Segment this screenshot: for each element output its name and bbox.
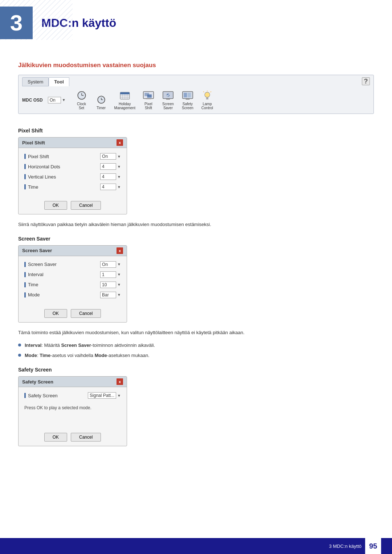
toolbar-icon-holiday[interactable]: Holiday Management	[114, 90, 135, 110]
pixel-shift-cancel-btn[interactable]: Cancel	[71, 201, 101, 210]
bullet-dot-mode	[18, 354, 21, 357]
pixel-shift-control-2[interactable]: 4 ▼	[100, 173, 121, 180]
pixel-shift-field-label-3: Time	[28, 184, 38, 190]
safety-screen-value-0: Signal Patt...	[88, 392, 116, 399]
ss-arrow-3[interactable]: ▼	[117, 293, 121, 297]
indicator-1	[24, 164, 26, 169]
page-footer: 3 MDC:n käyttö 95	[0, 538, 392, 554]
safety-screen-icon	[181, 90, 194, 101]
safety-screen-close-btn[interactable]: x	[117, 378, 123, 385]
toolbar-container: System Tool MDC OSD On ▼	[18, 75, 374, 114]
screen-saver-ok-btn[interactable]: OK	[44, 309, 67, 318]
toolbar-icon-lamp-control[interactable]: Lamp Control	[201, 90, 214, 110]
screen-saver-control-3[interactable]: Bar ▼	[100, 292, 121, 298]
screen-saver-icon	[162, 90, 175, 101]
screen-saver-row-3: Mode Bar ▼	[24, 292, 121, 298]
screen-saver-label-1: Interval	[24, 272, 44, 277]
section-heading: Jälkikuvien muodostumisen vastainen suoj…	[18, 62, 374, 69]
ss-indicator-2	[24, 282, 26, 287]
bullet-term-mode: Mode	[25, 353, 37, 358]
svg-point-29	[205, 92, 210, 97]
screen-saver-control-1[interactable]: 1 ▼	[100, 271, 121, 278]
svg-rect-31	[206, 99, 208, 99]
screen-saver-title: Screen Saver	[22, 248, 52, 253]
pixel-shift-arrow-3[interactable]: ▼	[117, 185, 121, 189]
pixel-shift-arrow-1[interactable]: ▼	[117, 165, 121, 169]
bullet-list: Interval: Määritä Screen Saver-toiminnon…	[18, 342, 374, 360]
footer-page-number: 95	[365, 538, 381, 554]
bullet-text-mode: Mode: Time-asetus voi vaihdella Mode-ase…	[25, 352, 150, 360]
pixel-shift-body: Pixel Shift On ▼ Horizontal Dots 4 ▼	[19, 148, 127, 197]
safety-screen-footer: OK Cancel	[19, 429, 127, 446]
indicator-3	[24, 184, 26, 189]
screen-saver-value-3: Bar	[100, 292, 116, 298]
toolbar-icon-safety-screen[interactable]: Safety Screen	[181, 90, 194, 110]
pixel-shift-ok-btn[interactable]: OK	[44, 201, 67, 210]
toolbar-icon-clock-set[interactable]: Clock Set	[75, 90, 88, 110]
bullet-item-interval: Interval: Määritä Screen Saver-toiminnon…	[18, 342, 374, 349]
safety-screen-field-label-0: Safety Screen	[28, 393, 58, 398]
screen-saver-cancel-btn[interactable]: Cancel	[71, 309, 101, 318]
screen-saver-value-0: On	[100, 261, 116, 268]
svg-rect-28	[186, 99, 190, 100]
screen-saver-control-0[interactable]: On ▼	[100, 261, 121, 268]
pixel-shift-close-btn[interactable]: x	[117, 139, 123, 146]
tab-system[interactable]: System	[22, 77, 49, 86]
svg-line-33	[203, 91, 204, 92]
osd-select[interactable]: On ▼	[48, 97, 66, 103]
footer-text: 3 MDC:n käyttö	[329, 543, 362, 549]
ss-arrow-2[interactable]: ▼	[117, 283, 121, 287]
pixel-shift-titlebar: Pixel Shift x	[19, 138, 127, 148]
indicator-2	[24, 174, 26, 179]
safety-screen-heading: Safety Screen	[18, 367, 374, 373]
screen-saver-label: Screen Saver	[162, 102, 174, 110]
screen-saver-row-0: Screen Saver On ▼	[24, 261, 121, 268]
pixel-shift-field-label-1: Horizontal Dots	[28, 164, 60, 169]
clock-set-label: Clock Set	[77, 102, 86, 110]
safety-screen-control-0[interactable]: Signal Patt... ▼	[88, 392, 121, 399]
pixel-shift-icon	[142, 90, 155, 101]
safety-screen-body: Safety Screen Signal Patt... ▼ Press OK …	[19, 387, 127, 429]
bullet-colon-interval: : Määritä	[41, 342, 61, 348]
screen-saver-field-label-1: Interval	[28, 272, 44, 277]
pixel-shift-control-1[interactable]: 4 ▼	[100, 163, 121, 170]
svg-rect-30	[206, 97, 208, 99]
pixel-shift-control-0[interactable]: On ▼	[100, 153, 121, 160]
toolbar-icon-timer[interactable]: Timer	[95, 94, 108, 110]
bullet-bold2-mode: Time	[40, 353, 50, 358]
safety-screen-label-0: Safety Screen	[24, 393, 58, 398]
pixel-shift-arrow-0[interactable]: ▼	[117, 155, 121, 159]
toolbar-icon-pixel-shift[interactable]: Pixel Shift	[142, 90, 155, 110]
toolbar-icon-screen-saver[interactable]: Screen Saver	[162, 90, 175, 110]
bullet-rest-interval: -toiminnon aktivoinnin aikaväli.	[91, 342, 155, 348]
bullet-rest2-mode: -asetuksen mukaan.	[107, 353, 150, 358]
safety-screen-ok-btn[interactable]: OK	[44, 433, 67, 442]
screen-saver-label-2: Time	[24, 282, 38, 287]
pixel-shift-value-3: 4	[100, 184, 116, 190]
bullet-text-interval: Interval: Määritä Screen Saver-toiminnon…	[25, 342, 155, 349]
ss-arrow-0[interactable]: ▼	[117, 262, 121, 266]
pixel-shift-control-3[interactable]: 4 ▼	[100, 184, 121, 190]
ss-arrow-1[interactable]: ▼	[117, 272, 121, 276]
timer-label: Timer	[97, 106, 106, 110]
screen-saver-field-label-3: Mode	[28, 292, 40, 297]
ss2-arrow-0[interactable]: ▼	[117, 394, 121, 398]
toolbar-tabs: System Tool	[22, 77, 362, 86]
screen-saver-field-label-0: Screen Saver	[28, 262, 57, 267]
timer-icon	[95, 94, 108, 105]
screen-saver-close-btn[interactable]: x	[117, 247, 123, 254]
screen-saver-control-2[interactable]: 10 ▼	[100, 282, 121, 288]
pixel-shift-arrow-2[interactable]: ▼	[117, 175, 121, 179]
pixel-shift-label-2: Vertical Lines	[24, 174, 56, 180]
svg-rect-20	[147, 94, 151, 98]
tab-tool[interactable]: Tool	[49, 77, 69, 86]
osd-dropdown-arrow[interactable]: ▼	[62, 98, 66, 102]
screen-saver-dialog: Screen Saver x Screen Saver On ▼ Interva…	[18, 245, 127, 323]
safety-screen-note: Press OK to play a selected mode.	[24, 402, 121, 415]
screen-saver-body: Screen Saver On ▼ Interval 1 ▼	[19, 256, 127, 305]
safety-screen-cancel-btn[interactable]: Cancel	[71, 433, 101, 442]
pixel-shift-label-1: Horizontal Dots	[24, 164, 60, 169]
help-button[interactable]: ?	[362, 77, 370, 85]
ss-indicator-1	[24, 272, 26, 277]
svg-rect-26	[184, 93, 187, 97]
